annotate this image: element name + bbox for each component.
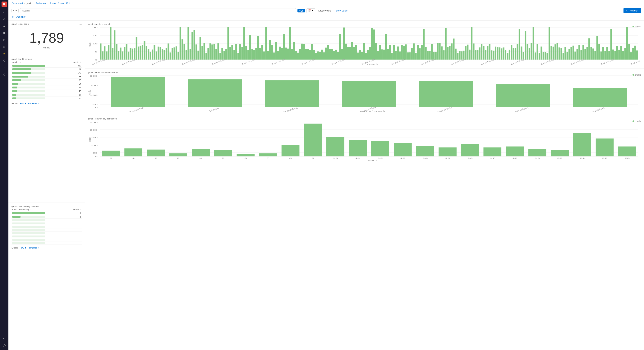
edit-button[interactable]: Edit	[66, 2, 70, 5]
sidebar-item-home[interactable]: ⌂	[1, 9, 7, 15]
svg-text:Friday: Friday	[208, 107, 220, 112]
svg-rect-229	[534, 52, 536, 59]
sidebar-item-monitoring[interactable]: ◌	[1, 71, 7, 77]
table-row	[12, 222, 82, 225]
sidebar-item-canvas[interactable]: ◻	[1, 37, 7, 43]
from-col-header[interactable]: from: Descending ⬦	[12, 208, 46, 211]
sender-bar-cell	[12, 68, 46, 71]
svg-text:emails: emails	[88, 42, 92, 47]
svg-rect-209	[495, 46, 496, 59]
svg-rect-173	[423, 29, 424, 59]
svg-rect-351	[349, 140, 367, 156]
svg-rect-270	[616, 46, 618, 59]
legend-dot	[632, 26, 634, 27]
svg-rect-44	[166, 48, 167, 59]
filter-type-button[interactable]: ≡ ▼	[12, 8, 18, 13]
svg-text:2016-07-01: 2016-07-01	[180, 59, 197, 65]
svg-rect-341	[124, 148, 142, 156]
svg-rect-178	[433, 52, 434, 59]
day-legend-label: emails	[635, 74, 641, 76]
svg-rect-342	[147, 150, 165, 156]
sender-col-header[interactable]: sender ⬦	[12, 60, 46, 64]
svg-rect-358	[506, 146, 524, 156]
breadcrumb-parent[interactable]: Dashboard	[12, 2, 23, 5]
svg-rect-355	[438, 147, 456, 156]
risky-bar-cell	[12, 232, 46, 235]
svg-rect-348	[282, 145, 300, 156]
risky-bar-cell	[12, 222, 46, 225]
week-chart-svg: 20 15 10 5 0 emails	[88, 25, 641, 66]
kql-badge[interactable]: KQL	[298, 9, 305, 12]
sender-count: 36	[46, 97, 82, 100]
svg-rect-89	[255, 48, 257, 59]
table-row	[12, 241, 82, 245]
svg-rect-40	[158, 46, 159, 59]
sidebar-item-settings[interactable]: ⚙	[1, 336, 7, 342]
search-input[interactable]	[20, 8, 296, 13]
table-row	[12, 232, 82, 235]
raw-export-link[interactable]: Raw ⬇	[20, 102, 26, 105]
svg-rect-154	[385, 34, 387, 59]
sidebar-item-ml[interactable]: ⚡	[1, 50, 7, 57]
svg-rect-219	[514, 48, 516, 59]
top-senders-export: Export: Raw ⬇ Formatted ⬇	[12, 102, 82, 105]
svg-text:2020-01-01: 2020-01-01	[599, 59, 616, 65]
sidebar-item-devtools[interactable]: ⌥	[1, 64, 7, 70]
sender-bar-cell	[12, 78, 46, 82]
sidebar-item-graph[interactable]: ⬡	[1, 57, 7, 63]
svg-rect-54	[186, 50, 187, 59]
sidebar-item-user[interactable]: ◯	[1, 342, 7, 349]
svg-rect-115	[307, 49, 309, 59]
risky-senders-panel: gmail - Top 10 Risky Senders from: Desce…	[8, 203, 85, 350]
svg-text:200: 200	[90, 85, 98, 86]
svg-rect-202	[481, 44, 482, 59]
top-senders-title: gmail - top 10 senders	[12, 58, 32, 60]
svg-rect-31	[140, 45, 142, 59]
svg-rect-277	[630, 52, 632, 59]
svg-text:2017-04-01: 2017-04-01	[270, 59, 287, 65]
refresh-label: Refresh	[630, 9, 638, 12]
svg-rect-220	[516, 44, 518, 59]
share-button[interactable]: Share	[50, 2, 56, 5]
svg-rect-314	[265, 80, 319, 107]
svg-rect-107	[291, 49, 293, 59]
svg-rect-317	[496, 84, 550, 107]
sender-bar-cell	[12, 64, 46, 68]
svg-rect-265	[606, 47, 608, 59]
svg-rect-346	[237, 154, 255, 156]
svg-rect-255	[586, 47, 588, 59]
calendar-button[interactable]: 📅 ▼	[306, 8, 315, 13]
svg-text:0: 0	[95, 107, 98, 109]
app-logo[interactable]: K	[2, 1, 7, 7]
clone-button[interactable]: Clone	[58, 2, 64, 5]
svg-text:10: 10	[92, 43, 98, 45]
email-count-title: gmail - email count	[12, 23, 29, 25]
formatted-export-link[interactable]: Formatted ⬇	[28, 102, 40, 105]
svg-rect-69	[216, 49, 217, 59]
svg-rect-344	[192, 149, 210, 156]
risky-bar-cell	[12, 228, 46, 232]
svg-rect-59	[196, 44, 197, 59]
risky-emails-col-header[interactable]: emails ⬦	[46, 208, 82, 211]
email-count-menu[interactable]: ···	[79, 23, 82, 26]
sidebar-item-maps[interactable]: ◎	[1, 44, 7, 50]
fullscreen-button[interactable]: Full screen	[36, 2, 47, 5]
svg-rect-36	[150, 52, 152, 59]
svg-text:2017-07-01: 2017-07-01	[300, 59, 317, 65]
svg-rect-238	[552, 46, 554, 59]
emails-col-header[interactable]: emails ⬦	[46, 60, 82, 64]
svg-rect-252	[580, 50, 582, 59]
table-row: 46	[12, 86, 82, 89]
add-filter-button[interactable]: ⊕ + Add filter	[12, 14, 641, 19]
sidebar-item-discover[interactable]: ⊙	[1, 16, 7, 22]
svg-rect-204	[485, 50, 486, 59]
refresh-button[interactable]: ↻ Refresh	[624, 8, 641, 13]
show-dates-button[interactable]: Show dates	[334, 8, 349, 13]
risky-formatted-export-link[interactable]: Formatted ⬇	[28, 247, 40, 249]
sidebar-item-visualize[interactable]: ◈	[1, 23, 7, 29]
svg-rect-43	[164, 50, 165, 59]
svg-text:4: 4	[199, 157, 202, 159]
sidebar-item-dashboard[interactable]: ▦	[1, 30, 7, 36]
risky-raw-export-link[interactable]: Raw ⬇	[20, 247, 26, 249]
svg-text:5: 5	[222, 157, 224, 159]
